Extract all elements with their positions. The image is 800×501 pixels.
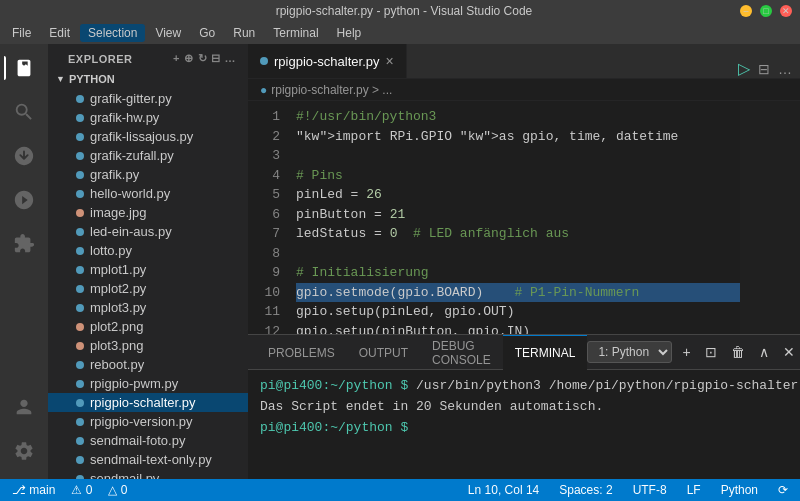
indentation-status[interactable]: Spaces: 2 [555,483,616,497]
panel-controls: 1: Python + ⊡ 🗑 ∧ ✕ [587,341,798,363]
sidebar-file-led-ein-aus-py[interactable]: led-ein-aus.py [48,222,248,241]
maximize-button[interactable]: □ [760,5,772,17]
tab-close-button[interactable]: × [386,53,394,69]
section-arrow: ▼ [56,74,65,84]
more-icon[interactable]: … [225,52,237,65]
code-line-7: ledStatus = 0 # LED anfänglich aus [296,224,740,244]
split-terminal-button[interactable]: ⊡ [701,342,721,362]
menu-file[interactable]: File [4,24,39,42]
panel-tab-terminal[interactable]: TERMINAL [503,335,588,370]
maximize-panel-button[interactable]: ∧ [755,342,773,362]
sidebar-file-rpigpio-pwm-py[interactable]: rpigpio-pwm.py [48,374,248,393]
sidebar-file-sendmail-py[interactable]: sendmail.py [48,469,248,479]
kill-terminal-button[interactable]: 🗑 [727,342,749,362]
sidebar-file-mplot1-py[interactable]: mplot1.py [48,260,248,279]
sidebar-file-grafik-py[interactable]: grafik.py [48,165,248,184]
terminal-select[interactable]: 1: Python [587,341,672,363]
file-list: grafik-gitter.pygrafik-hw.pygrafik-lissa… [48,89,248,479]
sidebar-file-sendmail-text-only-py[interactable]: sendmail-text-only.py [48,450,248,469]
cursor-position-status[interactable]: Ln 10, Col 14 [464,483,543,497]
new-folder-icon[interactable]: ⊕ [184,52,194,65]
sidebar-file-lotto-py[interactable]: lotto.py [48,241,248,260]
code-line-4: # Pins [296,166,740,186]
file-icon [76,95,84,103]
sidebar-file-rpigpio-version-py[interactable]: rpigpio-version.py [48,412,248,431]
warnings-status[interactable]: ⚠ 0 [67,483,96,497]
terminal-content[interactable]: pi@pi400:~/python $ /usr/bin/python3 /ho… [248,370,800,479]
run-icon[interactable]: ▷ [738,59,750,78]
activitybar-source-control[interactable] [4,136,44,176]
menu-view[interactable]: View [147,24,189,42]
panel-tab-debug[interactable]: DEBUG CONSOLE [420,335,503,370]
panel-tab-output[interactable]: OUTPUT [347,335,420,370]
sidebar-file-mplot3-py[interactable]: mplot3.py [48,298,248,317]
code-editor[interactable]: 123456789101112131415161718 #!/usr/bin/p… [248,101,800,334]
errors-status[interactable]: △ 0 [104,483,131,497]
close-button[interactable]: ✕ [780,5,792,17]
sidebar-header-icons: + ⊕ ↻ ⊟ … [173,52,236,65]
file-icon [76,247,84,255]
sidebar-file-reboot-py[interactable]: reboot.py [48,355,248,374]
file-icon [76,266,84,274]
code-line-10: gpio.setmode(gpio.BOARD) # P1-Pin-Nummer… [296,283,740,303]
activitybar-settings[interactable] [4,431,44,471]
menu-run[interactable]: Run [225,24,263,42]
more-actions-icon[interactable]: … [778,61,792,77]
file-icon [76,152,84,160]
code-line-2: "kw">import RPi.GPIO "kw">as gpio, time,… [296,127,740,147]
code-line-1: #!/usr/bin/python3 [296,107,740,127]
sidebar-file-sendmail-foto-py[interactable]: sendmail-foto.py [48,431,248,450]
titlebar: rpigpio-schalter.py - python - Visual St… [0,0,800,22]
menu-selection[interactable]: Selection [80,24,145,42]
feedback-status[interactable]: ⟳ [774,483,792,497]
breadcrumb: ● rpigpio-schalter.py > ... [248,79,800,101]
line-ending-status[interactable]: LF [683,483,705,497]
sidebar-file-grafik-lissajous-py[interactable]: grafik-lissajous.py [48,127,248,146]
split-editor-icon[interactable]: ⊟ [758,61,770,77]
close-panel-button[interactable]: ✕ [779,342,799,362]
file-icon [76,418,84,426]
activitybar-extensions[interactable] [4,224,44,264]
code-content[interactable]: #!/usr/bin/python3"kw">import RPi.GPIO "… [288,101,740,334]
python-section[interactable]: ▼ PYTHON [48,69,248,89]
activitybar-files[interactable] [4,48,44,88]
sidebar-file-grafik-hw-py[interactable]: grafik-hw.py [48,108,248,127]
file-icon [76,437,84,445]
code-line-9: # Initialisierung [296,263,740,283]
encoding-status[interactable]: UTF-8 [629,483,671,497]
collapse-icon[interactable]: ⊟ [211,52,221,65]
sidebar-file-plot3-png[interactable]: plot3.png [48,336,248,355]
menu-edit[interactable]: Edit [41,24,78,42]
menu-help[interactable]: Help [329,24,370,42]
tab-rpigpio-schalter[interactable]: rpigpio-schalter.py × [248,44,407,78]
panel-tab-problems[interactable]: PROBLEMS [256,335,347,370]
sidebar-file-mplot2-py[interactable]: mplot2.py [48,279,248,298]
sidebar-file-grafik-zufall-py[interactable]: grafik-zufall.py [48,146,248,165]
svg-rect-1 [19,71,25,72]
code-line-11: gpio.setup(pinLed, gpio.OUT) [296,302,740,322]
menu-go[interactable]: Go [191,24,223,42]
activitybar-debug[interactable] [4,180,44,220]
sidebar-file-rpigpio-schalter-py[interactable]: rpigpio-schalter.py [48,393,248,412]
activitybar-bottom [4,387,44,471]
statusbar: ⎇ main ⚠ 0 △ 0 Ln 10, Col 14 Spaces: 2 U… [0,479,800,501]
new-terminal-button[interactable]: + [678,342,694,362]
minimap [740,101,800,334]
sidebar-file-hello-world-py[interactable]: hello-world.py [48,184,248,203]
file-icon [76,456,84,464]
activitybar-search[interactable] [4,92,44,132]
terminal-line-2: pi@pi400:~/python $ [260,418,788,439]
sidebar-file-plot2-png[interactable]: plot2.png [48,317,248,336]
new-file-icon[interactable]: + [173,52,180,65]
refresh-icon[interactable]: ↻ [198,52,208,65]
statusbar-left: ⎇ main ⚠ 0 △ 0 [8,483,131,497]
minimize-button[interactable]: – [740,5,752,17]
panel: PROBLEMS OUTPUT DEBUG CONSOLE TERMINAL 1… [248,334,800,479]
sidebar-file-grafik-gitter-py[interactable]: grafik-gitter.py [48,89,248,108]
language-mode-status[interactable]: Python [717,483,762,497]
activitybar-account[interactable] [4,387,44,427]
git-branch-status[interactable]: ⎇ main [8,483,59,497]
sidebar-file-image-jpg[interactable]: image.jpg [48,203,248,222]
menu-terminal[interactable]: Terminal [265,24,326,42]
main-layout: EXPLORER + ⊕ ↻ ⊟ … ▼ PYTHON grafik-gitte… [0,44,800,479]
